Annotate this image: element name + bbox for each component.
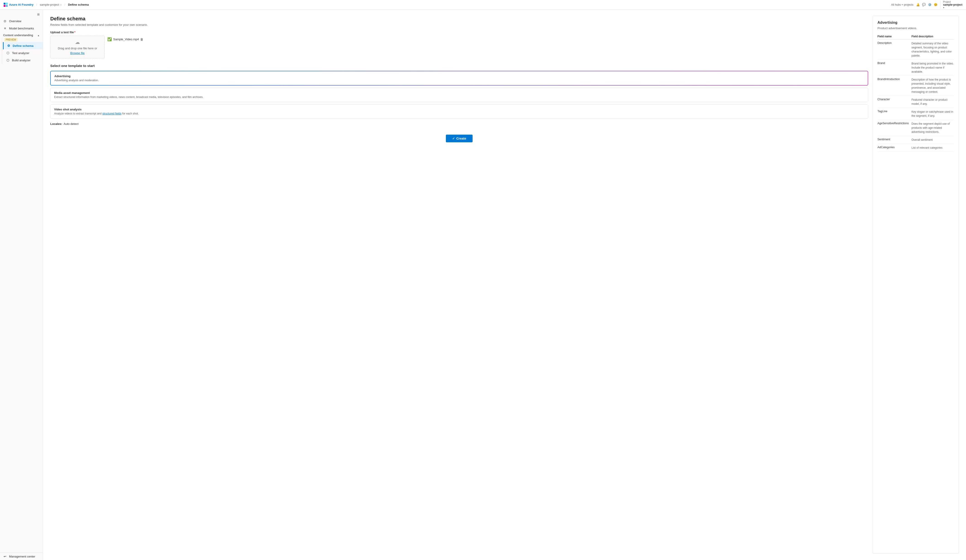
locales-value: Auto detect [64,122,79,126]
field-name-cell: Character [877,96,912,108]
file-check-icon: ✅ [107,37,112,41]
template-card-media-asset[interactable]: Media asset management Extract structure… [50,88,868,102]
topbar-project: Project sample-project ▾ [940,0,963,9]
table-row: SentimentOverall sentiment [877,136,954,144]
sidebar-item-management-center[interactable]: ↩ Management center [0,553,43,560]
svg-rect-1 [6,3,8,5]
breadcrumb-sep1: / [36,3,37,7]
structured-fields-link[interactable]: structured fields [102,112,122,115]
build-analyzer-icon: ⬡ [6,58,10,62]
delete-file-icon[interactable]: 🗑 [140,38,143,41]
define-schema-icon: ⚙ [7,44,10,47]
field-description-cell: Featured character or product model, if … [912,96,954,108]
table-row: DescriptionDetailed summary of the video… [877,39,954,60]
sidebar: ⊞ ⊙ Overview ≡ Model benchmarks Content … [0,10,43,560]
logo[interactable]: Azure AI Foundry [3,3,33,7]
sidebar-item-label: Build analyzer [12,59,31,62]
field-name-cell: AgeSensitiveRestrictions [877,120,912,136]
template-card-advertising[interactable]: Advertising Advertising analysis and mod… [50,71,868,85]
dropzone-text: Drag and drop one file here or [58,47,97,50]
template-title-advertising: Advertising [54,74,864,78]
breadcrumb-project[interactable]: sample-project ◇ [39,3,62,7]
sidebar-item-overview[interactable]: ⊙ Overview [0,17,43,25]
model-benchmarks-icon: ≡ [3,26,7,30]
create-section: ✓ Create [50,134,868,142]
chat-icon[interactable]: 💬 [922,3,926,7]
browse-file-link[interactable]: Browse file [70,51,85,55]
topbar-icons: 🔔 💬 ⚙️ 😊 [916,3,938,7]
preview-badge: PREVIEW [4,38,17,41]
field-name-cell: BrandIntroduction [877,76,912,96]
sidebar-group-content-understanding: Content understanding ▲ [0,32,43,38]
field-description-cell: Detailed summary of the video segment, f… [912,39,954,60]
logo-icon [3,3,8,7]
create-check-icon: ✓ [452,137,455,140]
dropzone[interactable]: ☁ Drag and drop one file here or Browse … [50,36,105,58]
template-desc-video-shot: Analyze videos to extract transcript and… [54,112,864,115]
sidebar-item-label: Management center [9,555,35,558]
sidebar-item-label: Test analyzer [12,51,30,55]
template-card-video-shot[interactable]: Video shot analysis Analyze videos to ex… [50,104,868,119]
breadcrumb-current: Define schema [68,3,89,7]
table-row: CharacterFeatured character or product m… [877,96,954,108]
settings-icon[interactable]: ⚙️ [928,3,932,7]
template-desc-advertising: Advertising analysis and moderation. [54,79,864,82]
sidebar-bottom: ↩ Management center [0,553,43,560]
hub-projects-link[interactable]: All hubs + projects [891,3,913,7]
sidebar-item-define-schema[interactable]: ⚙ Define schema [3,42,43,49]
sidebar-item-label: Overview [9,20,21,23]
field-description-cell: List of relevant categories [912,144,954,152]
notification-icon[interactable]: 🔔 [916,3,920,7]
table-row: TagLineKey slogan or catchphrase used in… [877,108,954,120]
breadcrumb-sep2: / [64,3,66,7]
right-panel: Advertising Product advertisement videos… [873,16,959,553]
panel-subtitle: Product advertisement videos. [877,26,954,30]
sidebar-item-label: Model benchmarks [9,27,34,30]
upload-label: Upload a test file* [50,31,868,34]
main-layout: ⊞ ⊙ Overview ≡ Model benchmarks Content … [0,10,966,560]
template-title-video-shot: Video shot analysis [54,108,864,111]
field-desc-header: Field description [912,33,954,39]
project-dropdown-icon[interactable]: ▾ [943,7,963,9]
upload-section: Upload a test file* ☁ Drag and drop one … [50,31,868,58]
template-section-title: Select one template to start [50,64,868,68]
upload-area: ☁ Drag and drop one file here or Browse … [50,36,868,58]
field-name-cell: Sentiment [877,136,912,144]
create-button-label: Create [456,137,466,140]
sidebar-item-build-analyzer[interactable]: ⬡ Build analyzer [3,57,43,64]
project-expand-icon: ◇ [60,3,62,6]
sidebar-item-test-analyzer[interactable]: ⬡ Test analyzer [3,49,43,57]
svg-rect-0 [3,3,5,5]
content-area: Define schema Review fields from selecte… [43,10,966,560]
uploaded-filename: Sample_Video.mp4 [113,38,139,41]
group-chevron-icon: ▲ [37,34,39,37]
field-description-cell: Brand being promoted in the video. Inclu… [912,60,954,76]
field-name-cell: Description [877,39,912,60]
svg-rect-2 [3,5,5,7]
field-name-cell: Brand [877,60,912,76]
create-button[interactable]: ✓ Create [446,134,473,142]
logo-text: Azure AI Foundry [9,3,33,7]
locales-label: Locales: [50,122,62,126]
page-subtitle: Review fields from selected template and… [50,23,868,26]
field-description-cell: Key slogan or catchphrase used in the se… [912,108,954,120]
sidebar-collapse-button[interactable]: ⊞ [36,12,41,16]
template-section: Select one template to start Advertising… [50,64,868,119]
management-center-icon: ↩ [3,555,7,558]
panel-title: Advertising [877,21,954,25]
sidebar-item-label: Define schema [13,44,33,47]
page-title: Define schema [50,16,868,22]
upload-cloud-icon: ☁ [75,39,80,45]
field-name-cell: AdCategories [877,144,912,152]
uploaded-file-badge: ✅ Sample_Video.mp4 🗑 [107,36,143,43]
template-desc-media-asset: Extract structured information from mark… [54,95,864,99]
svg-rect-3 [6,5,8,7]
account-icon[interactable]: 😊 [934,3,938,7]
topbar-right: All hubs + projects 🔔 💬 ⚙️ 😊 Project sam… [891,0,963,9]
overview-icon: ⊙ [3,19,7,23]
topbar: Azure AI Foundry / sample-project ◇ / De… [0,0,966,10]
locales-row: Locales: Auto detect [50,122,868,126]
sidebar-collapse: ⊞ [0,11,43,17]
sidebar-item-model-benchmarks[interactable]: ≡ Model benchmarks [0,25,43,32]
field-description-cell: Overall sentiment [912,136,954,144]
